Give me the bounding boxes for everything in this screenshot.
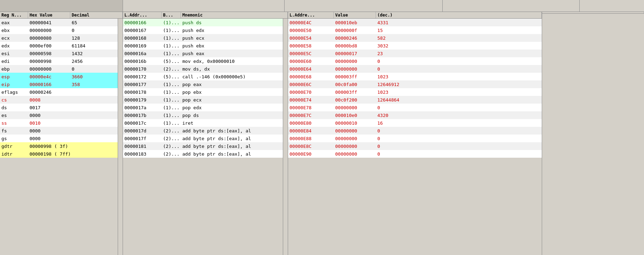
memory-row[interactable]: 00000E88 00000000 0 xyxy=(288,135,542,142)
memory-row[interactable]: 00000E4C 000010eb 4331 xyxy=(288,19,542,26)
memory-row[interactable]: 00000E7C 000010e0 4320 xyxy=(288,111,542,119)
register-row[interactable]: eip 00000166 358 xyxy=(0,80,118,88)
continue-button[interactable] xyxy=(0,0,123,12)
step-button[interactable] xyxy=(123,0,285,12)
instruction-row[interactable]: 00000178 (1)... pop ebx xyxy=(123,88,283,96)
register-row[interactable]: gdtr 00000998 ( 3f) xyxy=(0,142,118,150)
register-table[interactable]: eax 00000041 65 ebx 00000000 0 ecx 00000… xyxy=(0,19,118,255)
register-row[interactable]: fs 0000 xyxy=(0,127,118,135)
reg-dec: 2456 xyxy=(70,58,118,64)
instruction-row[interactable]: 0000017b (1)... pop ds xyxy=(123,111,283,119)
mem-addr: 00000E78 xyxy=(288,105,334,111)
reg-hex: 0010 xyxy=(28,120,70,126)
memory-row[interactable]: 00000E5C 00000017 23 xyxy=(288,50,542,57)
instruction-row[interactable]: 00000181 (2)... add byte ptr ds:[eax], a… xyxy=(123,142,283,150)
instruction-row[interactable]: 00000183 (2)... add byte ptr ds:[eax], a… xyxy=(123,150,283,158)
mem-addr: 00000E68 xyxy=(288,74,334,80)
instruction-row[interactable]: 00000179 (1)... pop ecx xyxy=(123,96,283,104)
memory-row[interactable]: 00000E64 00000000 0 xyxy=(288,65,542,73)
instr-mnemonic: push eax xyxy=(181,51,283,57)
register-row[interactable]: esi 00000598 1432 xyxy=(0,50,118,57)
mem-dec: 1023 xyxy=(376,89,542,95)
instruction-row[interactable]: 0000016b (5)... mov edx, 0x00000010 xyxy=(123,57,283,65)
register-row[interactable]: eax 00000041 65 xyxy=(0,19,118,26)
instr-addr: 0000016a xyxy=(123,51,162,57)
reg-scrollbar[interactable] xyxy=(118,19,123,255)
register-row[interactable]: gs 0000 xyxy=(0,135,118,142)
memory-row[interactable]: 00000E90 00000000 0 xyxy=(288,150,542,158)
memory-panel: L.Addre... Value (dec.) 00000E4C 000010e… xyxy=(288,12,542,255)
mem-dec: 4331 xyxy=(376,20,542,26)
refresh-button[interactable] xyxy=(443,0,580,12)
reg-hex: 0017 xyxy=(28,105,70,111)
register-row[interactable]: ss 0010 xyxy=(0,119,118,127)
instruction-row[interactable]: 00000167 (1)... push edx xyxy=(123,26,283,34)
memory-row[interactable]: 00000E78 00000000 0 xyxy=(288,104,542,111)
instruction-row[interactable]: 0000016a (1)... push eax xyxy=(123,50,283,57)
register-row[interactable]: idtr 00000198 ( 7ff) xyxy=(0,150,118,158)
instruction-row[interactable]: 0000017f (2)... add byte ptr ds:[eax], a… xyxy=(123,135,283,142)
memory-row[interactable]: 00000E70 000003ff 1023 xyxy=(288,88,542,96)
instruction-row[interactable]: 00000177 (1)... pop eax xyxy=(123,80,283,88)
mem-addr: 00000E84 xyxy=(288,128,334,134)
memory-row[interactable]: 00000E74 00c0f200 12644864 xyxy=(288,96,542,104)
instr-bytes: (2)... xyxy=(162,143,181,149)
instruction-row[interactable]: 00000166 (1)... push ds xyxy=(123,19,283,26)
instr-mnemonic: pop ds xyxy=(181,112,283,118)
memory-row[interactable]: 00000E84 00000000 0 xyxy=(288,127,542,135)
register-row[interactable]: ecx 00000080 128 xyxy=(0,34,118,42)
instr-mnemonic: add byte ptr ds:[eax], al xyxy=(181,143,283,149)
break-button[interactable] xyxy=(580,0,644,12)
mem-addr: 00000E58 xyxy=(288,43,334,49)
memory-row[interactable]: 00000E80 00000010 16 xyxy=(288,119,542,127)
register-row[interactable]: eflags 00000246 xyxy=(0,88,118,96)
reg-name: gdtr xyxy=(0,143,28,149)
reg-hex: 0000ef00 xyxy=(28,43,70,49)
instr-scrollbar[interactable] xyxy=(283,19,288,255)
mem-dec: 4320 xyxy=(376,112,542,118)
instr-addr: 0000017a xyxy=(123,105,162,111)
reg-dec xyxy=(70,146,118,146)
memory-row[interactable]: 00000E8C 00000000 0 xyxy=(288,142,542,150)
reg-hex: 00000998 xyxy=(28,58,70,64)
register-row[interactable]: cs 0008 xyxy=(0,96,118,104)
instruction-row[interactable]: 00000169 (1)... push ebx xyxy=(123,42,283,50)
instruction-row[interactable]: 00000168 (1)... push ecx xyxy=(123,34,283,42)
instruction-row[interactable]: 0000017d (2)... add byte ptr ds:[eax], a… xyxy=(123,127,283,135)
reg-dec: 3660 xyxy=(70,74,118,80)
instruction-body: 00000166 (1)... push ds 00000167 (1)... … xyxy=(123,19,288,255)
instruction-row[interactable]: 00000170 (2)... mov ds, dx xyxy=(123,65,283,73)
register-row[interactable]: edx 0000ef00 61184 xyxy=(0,42,118,50)
mem-addr: 00000E4C xyxy=(288,20,334,26)
step-n-button[interactable] xyxy=(285,0,443,12)
break-col-label xyxy=(542,12,644,13)
memory-row[interactable]: 00000E54 00000246 582 xyxy=(288,34,542,42)
memory-row[interactable]: 00000E50 0000000f 15 xyxy=(288,26,542,34)
break-table[interactable] xyxy=(542,14,644,255)
register-row[interactable]: ebp 00000000 0 xyxy=(0,65,118,73)
memory-table[interactable]: 00000E4C 000010eb 4331 00000E50 0000000f… xyxy=(288,19,542,255)
reg-dec: 1432 xyxy=(70,51,118,57)
memory-row[interactable]: 00000E6C 00c0fa00 12646912 xyxy=(288,80,542,88)
register-row[interactable]: es 0000 xyxy=(0,111,118,119)
memory-row[interactable]: 00000E68 000003ff 1023 xyxy=(288,73,542,80)
instr-bytes: (1)... xyxy=(162,97,181,103)
instruction-header: L.Addr... B... Mnemonic xyxy=(123,12,288,19)
instr-mnemonic: add byte ptr ds:[eax], al xyxy=(181,136,283,142)
register-row[interactable]: ds 0017 xyxy=(0,104,118,111)
reg-name: edx xyxy=(0,43,28,49)
instruction-row[interactable]: 0000017a (1)... pop edx xyxy=(123,104,283,111)
instruction-row[interactable]: 0000017c (1)... iret xyxy=(123,119,283,127)
mem-dec: 0 xyxy=(376,143,542,149)
instruction-row[interactable]: 00000172 (5)... call .-146 (0x000000e5) xyxy=(123,73,283,80)
mem-value: 00000000 xyxy=(334,105,376,111)
register-row[interactable]: ebx 00000000 0 xyxy=(0,26,118,34)
instr-addr: 00000172 xyxy=(123,74,162,80)
memory-row[interactable]: 00000E60 00000000 0 xyxy=(288,57,542,65)
reg-name: ebp xyxy=(0,66,28,72)
instr-addr: 00000183 xyxy=(123,151,162,157)
register-row[interactable]: esp 00000e4c 3660 xyxy=(0,73,118,80)
register-row[interactable]: edi 00000998 2456 xyxy=(0,57,118,65)
memory-row[interactable]: 00000E58 00000bd8 3032 xyxy=(288,42,542,50)
instruction-table[interactable]: 00000166 (1)... push ds 00000167 (1)... … xyxy=(123,19,283,255)
